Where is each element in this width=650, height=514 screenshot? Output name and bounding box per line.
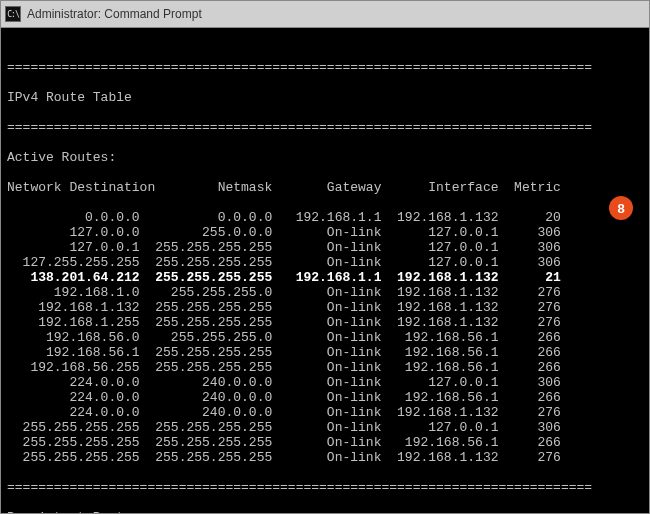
table-row: 192.168.56.0 255.255.255.0 On-link 192.1… [7,330,643,345]
table-header-row: Network Destination Netmask Gateway Inte… [7,180,643,195]
table-row: 255.255.255.255 255.255.255.255 On-link … [7,435,643,450]
table-row: 224.0.0.0 240.0.0.0 On-link 192.168.1.13… [7,405,643,420]
table-row: 255.255.255.255 255.255.255.255 On-link … [7,420,643,435]
table-row: 255.255.255.255 255.255.255.255 On-link … [7,450,643,465]
table-row: 127.0.0.0 255.0.0.0 On-link 127.0.0.1 30… [7,225,643,240]
table-row: 192.168.56.255 255.255.255.255 On-link 1… [7,360,643,375]
table-row: 0.0.0.0 0.0.0.0 192.168.1.1 192.168.1.13… [7,210,643,225]
divider-line: ========================================… [7,480,643,495]
window-title: Administrator: Command Prompt [27,7,202,21]
cmd-icon: C:\ [5,6,21,22]
table-row: 192.168.1.255 255.255.255.255 On-link 19… [7,315,643,330]
table-row: 127.255.255.255 255.255.255.255 On-link … [7,255,643,270]
annotation-badge: 8 [609,196,633,220]
table-row: 224.0.0.0 240.0.0.0 On-link 127.0.0.1 30… [7,375,643,390]
table-row: 224.0.0.0 240.0.0.0 On-link 192.168.56.1… [7,390,643,405]
divider-line: ========================================… [7,60,643,75]
divider-line: ========================================… [7,120,643,135]
active-routes-label: Active Routes: [7,150,643,165]
terminal-output[interactable]: ========================================… [1,28,649,514]
table-row: 127.0.0.1 255.255.255.255 On-link 127.0.… [7,240,643,255]
table-row: 192.168.56.1 255.255.255.255 On-link 192… [7,345,643,360]
window-titlebar[interactable]: C:\ Administrator: Command Prompt [1,1,649,28]
table-row: 192.168.1.132 255.255.255.255 On-link 19… [7,300,643,315]
section-title: IPv4 Route Table [7,90,643,105]
table-row: 192.168.1.0 255.255.255.0 On-link 192.16… [7,285,643,300]
persistent-routes-label: Persistent Routes: [7,510,643,514]
table-row: 138.201.64.212 255.255.255.255 192.168.1… [7,270,643,285]
